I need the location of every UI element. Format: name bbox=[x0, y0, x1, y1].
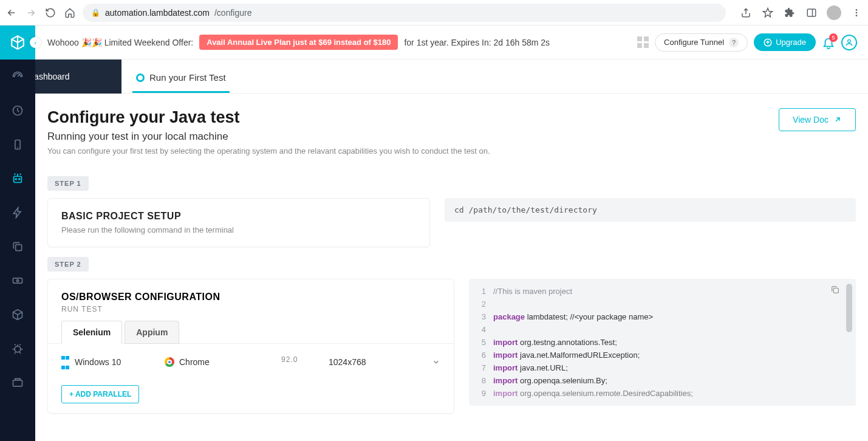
expand-sidebar-icon[interactable]: › bbox=[30, 37, 41, 48]
sidebar-bug-icon[interactable] bbox=[0, 332, 35, 366]
profile-avatar[interactable] bbox=[827, 5, 841, 20]
windows-icon bbox=[61, 352, 70, 372]
browser-chrome: 🔒 automation.lambdatest.com/configure bbox=[0, 0, 868, 26]
svg-point-10 bbox=[19, 179, 20, 180]
svg-rect-12 bbox=[13, 278, 22, 283]
svg-point-14 bbox=[15, 346, 21, 352]
basic-setup-card: BASIC PROJECT SETUP Please run the follo… bbox=[47, 198, 430, 247]
notifications-icon[interactable]: 5 bbox=[822, 36, 835, 49]
lock-icon: 🔒 bbox=[91, 9, 100, 17]
svg-point-3 bbox=[856, 15, 858, 16]
page-subtitle: Running your test in your local machine bbox=[47, 131, 490, 143]
scrollbar[interactable] bbox=[846, 284, 852, 332]
user-menu[interactable] bbox=[841, 35, 857, 50]
step1-command[interactable]: cd /path/to/the/test/directory bbox=[445, 198, 856, 222]
kebab-icon[interactable] bbox=[850, 6, 863, 19]
basic-setup-title: BASIC PROJECT SETUP bbox=[61, 211, 416, 222]
sidebar-dashboard-icon[interactable] bbox=[0, 60, 35, 94]
browser-select[interactable]: Chrome bbox=[165, 357, 256, 367]
os-browser-card: OS/BROWSER CONFIGURATION RUN TEST Seleni… bbox=[47, 279, 454, 414]
upgrade-button[interactable]: Upgrade bbox=[754, 33, 816, 51]
svg-point-5 bbox=[848, 39, 851, 43]
sidebar-realtime-icon[interactable] bbox=[0, 94, 35, 128]
os-browser-subtitle: RUN TEST bbox=[48, 303, 454, 321]
sidebar-device-icon[interactable] bbox=[0, 128, 35, 162]
sidebar-performance-icon[interactable] bbox=[0, 196, 35, 230]
sidebar-cube-icon[interactable] bbox=[0, 298, 35, 332]
config-row[interactable]: Windows 10 Chrome 92.0 1024x768 bbox=[48, 343, 454, 379]
promo-prefix: Wohooo 🎉🎉 Limited Weekend Offer: bbox=[47, 38, 193, 47]
svg-point-13 bbox=[16, 279, 18, 281]
chevron-down-icon bbox=[432, 358, 440, 366]
reload-icon[interactable] bbox=[44, 6, 57, 19]
svg-point-1 bbox=[856, 9, 858, 11]
url-host: automation.lambdatest.com bbox=[105, 8, 210, 18]
share-icon[interactable] bbox=[739, 6, 753, 19]
forward-icon[interactable] bbox=[24, 6, 38, 19]
version-select[interactable]: 92.0 bbox=[268, 353, 316, 371]
svg-rect-11 bbox=[16, 245, 22, 251]
page-description: You can configure your first test by sel… bbox=[47, 146, 490, 156]
address-bar[interactable]: 🔒 automation.lambdatest.com/configure bbox=[83, 4, 726, 22]
svg-rect-0 bbox=[807, 9, 816, 16]
page-tabs: Run your First Test bbox=[35, 60, 868, 94]
svg-rect-16 bbox=[833, 288, 838, 293]
svg-point-9 bbox=[15, 179, 16, 180]
home-icon[interactable] bbox=[63, 6, 77, 19]
code-editor[interactable]: 123456789 //This is maven project packag… bbox=[469, 279, 856, 406]
help-icon: ? bbox=[729, 38, 739, 47]
step2-label: STEP 2 bbox=[47, 257, 89, 272]
copy-icon[interactable] bbox=[830, 285, 840, 295]
sidebar-copy-icon[interactable] bbox=[0, 230, 35, 264]
page-header: Configure your Java test Running your te… bbox=[35, 94, 868, 162]
content-area: Run your First Test Configure your Java … bbox=[35, 60, 868, 441]
resolution-select[interactable]: 1024x768 bbox=[329, 357, 420, 367]
basic-setup-desc: Please run the following command in the … bbox=[61, 225, 416, 234]
tab-appium[interactable]: Appium bbox=[125, 321, 179, 344]
sidebar-automation-icon[interactable] bbox=[0, 162, 35, 196]
line-gutter: 123456789 bbox=[475, 285, 486, 400]
brand-logo[interactable]: › bbox=[0, 26, 35, 60]
promo-offer[interactable]: Avail Annual Live Plan just at $69 inste… bbox=[199, 35, 398, 50]
notification-badge: 5 bbox=[829, 33, 838, 42]
sidebar-integrations-icon[interactable] bbox=[0, 366, 35, 400]
tab-active-indicator-icon bbox=[136, 74, 145, 82]
tab-run-first-test[interactable]: Run your First Test bbox=[132, 64, 230, 93]
view-doc-button[interactable]: View Doc bbox=[779, 108, 856, 131]
sidebar-visual-icon[interactable] bbox=[0, 264, 35, 298]
promo-suffix: for 1st year. Expires In: 2d 16h 58m 2s bbox=[404, 38, 550, 47]
apps-icon[interactable] bbox=[637, 36, 649, 48]
url-path: /configure bbox=[214, 8, 251, 18]
side-panel-icon[interactable] bbox=[805, 6, 818, 19]
promo-bar: Wohooo 🎉🎉 Limited Weekend Offer: Avail A… bbox=[0, 26, 868, 60]
step1-label: STEP 1 bbox=[47, 176, 89, 191]
os-browser-title: OS/BROWSER CONFIGURATION bbox=[48, 292, 454, 303]
back-icon[interactable] bbox=[5, 6, 18, 19]
extensions-icon[interactable] bbox=[783, 6, 796, 19]
os-select[interactable]: Windows 10 bbox=[61, 352, 152, 372]
page-title: Configure your Java test bbox=[47, 108, 490, 127]
svg-rect-15 bbox=[13, 380, 22, 386]
chrome-icon bbox=[165, 357, 174, 367]
tab-selenium[interactable]: Selenium bbox=[61, 321, 122, 344]
add-parallel-button[interactable]: + ADD PARALLEL bbox=[61, 385, 139, 403]
star-icon[interactable] bbox=[761, 6, 774, 19]
sidebar bbox=[0, 60, 35, 441]
svg-point-2 bbox=[856, 12, 858, 13]
configure-tunnel-button[interactable]: Configure Tunnel? bbox=[655, 33, 748, 52]
